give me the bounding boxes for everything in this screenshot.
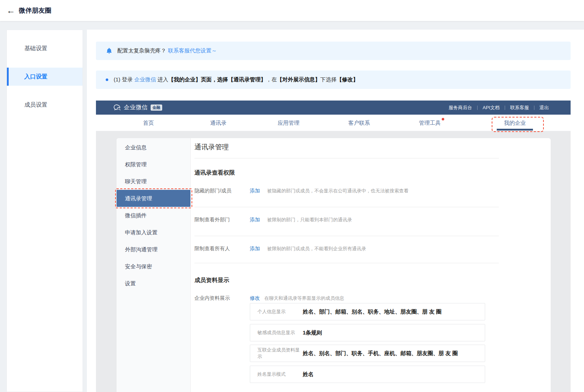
tab-admin-tools-label: 管理工具: [419, 120, 441, 126]
box-value: 姓名、别名、部门、职务、手机、座机、邮箱、朋友圈、朋 友 圈: [303, 350, 458, 357]
wework-sidebar-security[interactable]: 安全与保密: [117, 258, 190, 275]
modify-button[interactable]: 修改: [250, 295, 264, 302]
wework-sidebar-contacts-management-label: 通讯录管理: [125, 195, 152, 201]
add-button[interactable]: 添加: [250, 217, 267, 223]
step-text-mid1: 进入: [156, 76, 168, 82]
wework-sidebar-contacts-management[interactable]: 通讯录管理: [117, 190, 190, 207]
notice-banner: 配置太复杂脑壳疼？ 联系客服代您设置～: [96, 42, 571, 60]
separator: [477, 106, 478, 110]
box-label: 姓名显示模式: [250, 371, 303, 378]
link-api-docs[interactable]: API文档: [483, 105, 500, 111]
tab-contacts[interactable]: 通讯录: [197, 115, 240, 131]
tab-customer-contact[interactable]: 客户联系: [337, 115, 381, 131]
info-box-name-display-mode: 姓名显示模式 姓名: [250, 366, 485, 383]
wework-brand: 企业微信: [124, 104, 148, 111]
step-text-mid2: ，在: [266, 76, 277, 82]
wework-sidebar-join-settings[interactable]: 申请加入设置: [117, 224, 190, 241]
step-text-mid3: 下选择: [320, 76, 337, 82]
box-label: 个人信息显示: [250, 308, 303, 315]
tab-home[interactable]: 首页: [127, 115, 170, 131]
row-description: 在聊天和通讯录等界面显示的成员信息: [264, 295, 344, 302]
notification-dot: [442, 118, 444, 120]
info-box-sensitive-display: 敏感成员信息显示 1条规则: [250, 324, 485, 341]
step-text-bold3: 【修改】: [337, 76, 358, 82]
settings-sidebar: 基础设置 入口设置 成员设置: [7, 30, 83, 392]
wework-nav: 首页 通讯录 应用管理 客户联系 管理工具 我的企业: [96, 115, 571, 131]
bell-icon: [106, 47, 113, 54]
section-view-permission-heading: 通讯录查看权限: [194, 169, 235, 177]
back-arrow-icon[interactable]: ←: [7, 6, 15, 15]
row-label: 隐藏的部门/成员: [194, 188, 250, 194]
sidebar-item-member-settings[interactable]: 成员设置: [7, 96, 83, 114]
sidebar-item-entry-settings[interactable]: 入口设置: [7, 68, 83, 86]
wework-content: 通讯录管理 通讯录查看权限 隐藏的部门/成员 添加 被隐藏的部门或成员，不会显示…: [191, 138, 551, 392]
profile-display-row: 企业内资料展示 修改 在聊天和通讯录等界面显示的成员信息: [194, 295, 499, 302]
wework-link[interactable]: 企业微信: [134, 76, 156, 82]
wework-sidebar-external-comm[interactable]: 外部沟通管理: [117, 241, 190, 258]
content-title: 通讯录管理: [194, 142, 229, 152]
step-text: (1) 登录 企业微信 进入【我的企业】页面，选择【通讯录管理】，在【对外展示信…: [114, 76, 358, 83]
wework-logo-icon: [113, 103, 121, 112]
divider: [194, 207, 499, 207]
separator: [534, 106, 534, 110]
box-label: 敏感成员信息显示: [250, 329, 303, 336]
active-tab-underline: [497, 129, 533, 131]
page-title: 微伴朋友圈: [19, 6, 51, 15]
link-logout[interactable]: 退出: [539, 105, 549, 111]
add-button[interactable]: 添加: [250, 246, 267, 252]
row-label: 限制查看所有人: [194, 246, 250, 252]
divider: [194, 236, 499, 236]
wework-screenshot: 企业微信 金融 服务商后台 API文档 联系客服 退出 首页 通讯录 应用管理 …: [96, 101, 571, 392]
step-banner: (1) 登录 企业微信 进入【我的企业】页面，选择【通讯录管理】，在【对外展示信…: [96, 71, 571, 89]
main-panel: 配置太复杂脑壳疼？ 联系客服代您设置～ (1) 登录 企业微信 进入【我的企业】…: [87, 30, 584, 392]
tab-app-management[interactable]: 应用管理: [267, 115, 310, 131]
section-member-profile-heading: 成员资料显示: [194, 277, 229, 284]
wework-header: 企业微信 金融 服务商后台 API文档 联系客服 退出: [96, 101, 571, 115]
divider: [194, 158, 499, 158]
wework-sidebar-settings[interactable]: 设置: [117, 275, 190, 292]
wework-card: 企业信息 权限管理 聊天管理 通讯录管理 微信插件 申请加入设置 外部沟通管理 …: [117, 138, 551, 392]
wework-body: 企业信息 权限管理 聊天管理 通讯录管理 微信插件 申请加入设置 外部沟通管理 …: [96, 131, 571, 392]
wework-sidebar-company-info[interactable]: 企业信息: [117, 139, 190, 156]
row-description: 被限制的部门或成员，不能看到企业所有通讯录: [267, 246, 366, 252]
app-topbar: ← 微伴朋友圈: [0, 0, 584, 21]
divider: [194, 263, 499, 263]
link-provider-console[interactable]: 服务商后台: [449, 105, 472, 111]
permission-row: 隐藏的部门/成员 添加 被隐藏的部门或成员，不会显示在公司通讯录中，也无法被搜索…: [194, 188, 499, 194]
info-box-linked-company-display: 互联企业成员资料显示 姓名、别名、部门、职务、手机、座机、邮箱、朋友圈、朋 友 …: [250, 345, 485, 362]
box-label: 互联企业成员资料显示: [250, 347, 303, 360]
wework-sidebar: 企业信息 权限管理 聊天管理 通讯录管理 微信插件 申请加入设置 外部沟通管理 …: [117, 138, 191, 392]
box-value: 姓名、部门、邮箱、别名、职务、地址、朋友圈、朋 友 圈: [303, 308, 441, 315]
wework-sidebar-chat-management[interactable]: 聊天管理: [117, 173, 190, 190]
bullet-icon: [106, 78, 108, 81]
permission-row: 限制查看所有人 添加 被限制的部门或成员，不能看到企业所有通讯录: [194, 246, 499, 252]
sidebar-item-basic-settings[interactable]: 基础设置: [7, 39, 83, 57]
box-value: 1条规则: [303, 329, 322, 336]
row-label: 企业内资料展示: [194, 295, 250, 302]
wework-header-links: 服务商后台 API文档 联系客服 退出: [449, 105, 549, 111]
add-button[interactable]: 添加: [250, 188, 267, 194]
contact-support-link[interactable]: 联系客服代您设置～: [168, 47, 217, 54]
wework-sidebar-permissions[interactable]: 权限管理: [117, 156, 190, 173]
permission-row: 限制查看外部门 添加 被限制的部门，只能看到本部门的通讯录: [194, 217, 499, 223]
box-value: 姓名: [303, 371, 314, 378]
step-text-bold2: 【对外展示信息】: [277, 76, 320, 82]
row-label: 限制查看外部门: [194, 217, 250, 223]
notice-text: 配置太复杂脑壳疼？: [117, 47, 166, 54]
step-text-prefix: (1) 登录: [114, 76, 134, 82]
step-text-bold1: 【我的企业】页面，选择【通讯录管理】: [168, 76, 266, 82]
link-contact-support[interactable]: 联系客服: [510, 105, 529, 111]
wework-sidebar-wechat-plugin[interactable]: 微信插件: [117, 207, 190, 224]
separator: [505, 106, 505, 110]
tab-admin-tools[interactable]: 管理工具: [408, 115, 451, 131]
row-description: 被限制的部门，只能看到本部门的通讯录: [267, 217, 352, 223]
wework-brand-badge: 金融: [151, 105, 162, 111]
info-box-personal-display: 个人信息显示 姓名、部门、邮箱、别名、职务、地址、朋友圈、朋 友 圈: [250, 303, 485, 320]
row-description: 被隐藏的部门或成员，不会显示在公司通讯录中，也无法被搜索查看: [267, 188, 408, 194]
